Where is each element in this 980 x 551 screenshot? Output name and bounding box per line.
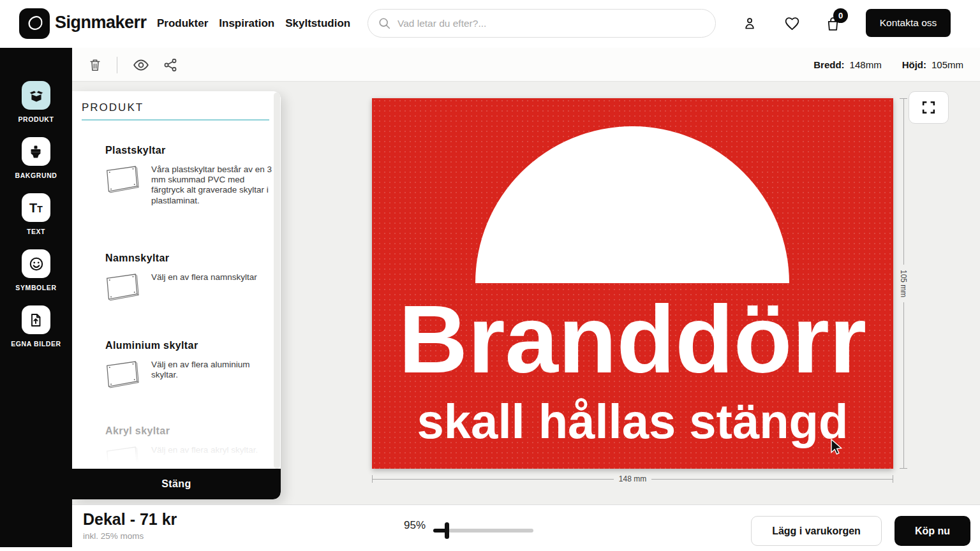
size-readout: Bredd: 148mm Höjd: 105mm xyxy=(813,48,963,82)
product-description: Välj en av flera akryl skyltar. xyxy=(151,445,276,455)
product-description: Våra plastskyltar består av en 3 mm skum… xyxy=(151,165,276,206)
symboler-tile xyxy=(22,249,50,278)
zoom-slider[interactable] xyxy=(433,529,533,533)
sidebar-item-symboler[interactable]: SYMBOLER xyxy=(15,249,56,291)
product-description: Välj en av flera aluminium skyltar. xyxy=(151,360,276,380)
box-icon xyxy=(28,87,45,104)
sidebar-item-produkt[interactable]: PRODUKT xyxy=(18,81,54,123)
mouse-cursor xyxy=(830,439,843,457)
egna-bilder-tile xyxy=(22,305,50,334)
zoom-slider-track[interactable] xyxy=(449,529,533,533)
product-name: Aluminium skyltar xyxy=(105,340,198,351)
sidebar-item-egna-bilder[interactable]: EGNA BILDER xyxy=(11,305,61,348)
height-dimension-line: 105 mm xyxy=(900,98,907,469)
sidebar-label-produkt: PRODUKT xyxy=(18,115,54,123)
brand-logo[interactable] xyxy=(19,8,50,39)
width-dimension-label: 148 mm xyxy=(614,474,651,483)
sidebar-label-symboler: SYMBOLER xyxy=(15,284,56,291)
height-label: Höjd: xyxy=(902,59,926,70)
brush-icon xyxy=(28,144,43,159)
brand-name: Signmakerr xyxy=(55,13,147,33)
nav-skyltstudion[interactable]: Skyltstudion xyxy=(285,17,350,30)
account-button[interactable] xyxy=(740,14,759,33)
smiley-icon xyxy=(28,256,45,272)
panel-title-underline xyxy=(82,119,269,121)
product-description: Välj en av flera namnskyltar xyxy=(151,272,276,283)
sign-plate-thumbnail xyxy=(105,272,142,302)
vat-note: inkl. 25% moms xyxy=(83,531,144,541)
sign-plate-thumbnail xyxy=(105,165,142,194)
share-button[interactable] xyxy=(161,56,179,74)
product-name: Namnskyltar xyxy=(105,253,169,264)
top-header: Signmakerr Produkter Inspiration Skyltst… xyxy=(0,0,980,48)
width-value: 148mm xyxy=(850,59,882,70)
nav-produkter[interactable]: Produkter xyxy=(157,17,208,30)
cart-count-badge: 0 xyxy=(833,8,848,23)
search-icon xyxy=(378,17,391,30)
produkt-tile xyxy=(22,81,50,110)
search-input[interactable] xyxy=(397,18,705,29)
tool-sidebar: PRODUKT BAKGRUND TT TEXT xyxy=(0,48,72,547)
preview-button[interactable] xyxy=(132,56,150,74)
favorites-button[interactable] xyxy=(782,14,801,33)
text-icon: TT xyxy=(29,202,43,214)
user-icon xyxy=(742,16,757,31)
delete-button[interactable] xyxy=(86,56,104,74)
upload-file-icon xyxy=(28,312,43,328)
sidebar-item-bakgrund[interactable]: BAKGRUND xyxy=(15,137,57,179)
editor-toolbar: Bredd: 148mm Höjd: 105mm xyxy=(72,48,980,82)
zoom-percentage: 95% xyxy=(397,519,426,532)
sidebar-label-bakgrund: BAKGRUND xyxy=(15,172,57,179)
toolbar-divider xyxy=(117,57,117,73)
height-dimension-label: 105 mm xyxy=(899,265,908,302)
fullscreen-button[interactable] xyxy=(909,91,949,124)
sign-plate-thumbnail xyxy=(105,360,142,389)
height-value: 105mm xyxy=(932,59,963,70)
panel-scrollbar[interactable] xyxy=(274,92,280,469)
sign-text-line2[interactable]: skall hållas stängd xyxy=(372,397,893,446)
product-name: Plastskyltar xyxy=(105,145,166,156)
sign-artboard[interactable]: Branddörr skall hållas stängd xyxy=(372,98,893,469)
signmaker-app: Signmakerr Produkter Inspiration Skyltst… xyxy=(0,0,980,551)
fullscreen-icon xyxy=(921,100,936,115)
bottom-bar: Dekal - 71 kr inkl. 25% moms 95% Lägg i … xyxy=(72,504,980,551)
blob-logo-icon xyxy=(24,13,45,34)
buy-now-button[interactable]: Köp nu xyxy=(895,516,970,546)
eye-icon xyxy=(133,58,149,72)
product-name: Akryl skyltar xyxy=(105,425,170,437)
add-to-cart-button[interactable]: Lägg i varukorgen xyxy=(751,516,882,546)
share-icon xyxy=(163,58,177,72)
product-price-title: Dekal - 71 kr xyxy=(83,510,177,529)
search-bar xyxy=(368,9,716,38)
bakgrund-tile xyxy=(22,137,50,166)
sidebar-label-egna-bilder: EGNA BILDER xyxy=(11,340,61,348)
sidebar-item-text[interactable]: TT TEXT xyxy=(22,193,50,235)
product-panel: PRODUKT Plastskyltar Våra plastskyltar b… xyxy=(72,91,281,499)
trash-icon xyxy=(89,58,101,72)
sign-text-line1[interactable]: Branddörr xyxy=(372,291,893,387)
heart-icon xyxy=(784,16,800,32)
sign-dome-shape xyxy=(475,126,789,283)
width-dimension-line: 148 mm xyxy=(372,475,893,483)
sidebar-label-text: TEXT xyxy=(27,228,45,235)
panel-title: PRODUKT xyxy=(82,101,144,114)
zoom-slider-handle[interactable] xyxy=(445,522,449,539)
width-label: Bredd: xyxy=(813,59,844,70)
text-tile: TT xyxy=(22,193,50,222)
main-nav: Produkter Inspiration Skyltstudion xyxy=(157,17,350,30)
contact-button[interactable]: Kontakta oss xyxy=(866,9,951,37)
nav-inspiration[interactable]: Inspiration xyxy=(219,17,274,30)
close-panel-button[interactable]: Stäng xyxy=(72,469,281,499)
